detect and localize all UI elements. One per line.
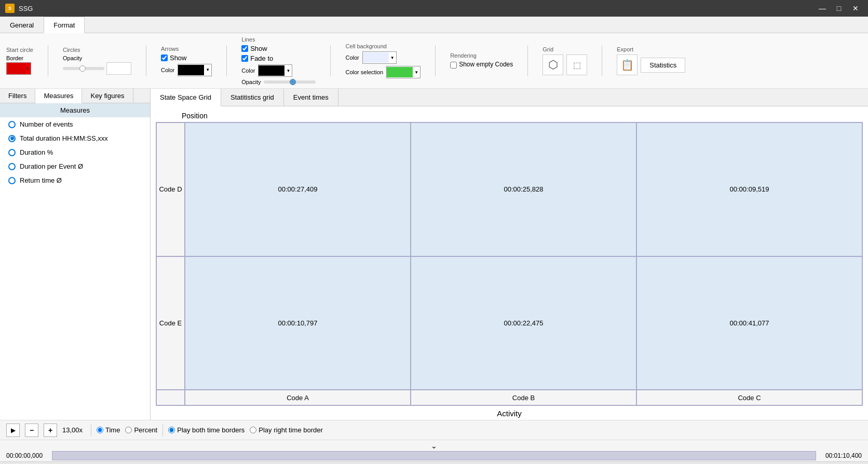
content-tab-statistics-grid[interactable]: Statitistics grid xyxy=(221,89,284,106)
tab-general[interactable]: General xyxy=(0,17,44,33)
close-button[interactable]: ✕ xyxy=(848,1,863,16)
measure-item-4[interactable]: Return time Ø xyxy=(0,173,150,187)
panel-tabs: Filters Measures Key figures xyxy=(0,89,150,103)
measure-radio-4[interactable] xyxy=(8,177,16,184)
grid-layout-button[interactable]: ⬡ xyxy=(542,54,563,75)
show-empty-checkbox[interactable] xyxy=(450,62,457,69)
arrows-show-row: Show xyxy=(161,54,212,62)
arrows-color-swatch xyxy=(178,65,204,75)
cell-bg-color-swatch xyxy=(363,52,389,63)
arrows-color-button[interactable]: ▼ xyxy=(178,64,212,76)
right-content: State Space Grid Statitistics grid Event… xyxy=(151,89,868,420)
measure-label-1: Total duration HH:MM:SS,xxx xyxy=(20,134,108,142)
title-bar: S SSG — □ ✕ xyxy=(0,0,868,17)
lines-color-arrow: ▼ xyxy=(284,69,292,73)
arrows-color-arrow: ▼ xyxy=(204,67,211,72)
export-buttons-row: 📋 Statistics xyxy=(617,54,685,75)
grid-select-button[interactable]: ⬚ xyxy=(566,54,587,75)
state-space-grid: Code D 00:00:27,409 00:00:25,828 00:00:0… xyxy=(156,122,863,406)
content-tab-state-space-grid[interactable]: State Space Grid xyxy=(151,89,221,106)
percent-radio-label[interactable]: Percent xyxy=(125,426,157,434)
speed-display: 13,00x xyxy=(62,426,86,434)
measure-radio-2[interactable] xyxy=(8,149,16,156)
arrows-color-label: Color xyxy=(161,67,174,73)
circles-opacity-slider[interactable] xyxy=(63,67,104,70)
grid-cell-1-0: 00:00:10,797 xyxy=(185,256,411,390)
start-circle-group: Start circle Border ▼ xyxy=(6,47,33,75)
panel-tab-key-figures[interactable]: Key figures xyxy=(82,89,133,103)
circles-opacity-display xyxy=(106,62,131,75)
lines-fade-checkbox[interactable] xyxy=(241,55,248,62)
lines-show-row: Show xyxy=(241,45,316,52)
arrows-show-checkbox[interactable] xyxy=(161,54,168,61)
border-color-button[interactable]: ▼ xyxy=(6,62,31,75)
grid-cell-0-0: 00:00:27,409 xyxy=(185,122,411,256)
playback-bar: ▶ − + 13,00x Time Percent Play both time… xyxy=(0,420,868,440)
speed-plus-button[interactable]: + xyxy=(44,424,57,437)
sep6 xyxy=(527,45,528,76)
speed-minus-button[interactable]: − xyxy=(25,424,38,437)
cell-background-group: Cell background Color ▼ Color selection … xyxy=(345,43,421,78)
measure-item-2[interactable]: Duration % xyxy=(0,145,150,159)
lines-label: Lines xyxy=(241,36,316,43)
measure-item-1[interactable]: Total duration HH:MM:SS,xxx xyxy=(0,131,150,145)
col-label-0: Code A xyxy=(185,390,411,405)
circles-row: Opacity xyxy=(63,55,131,75)
panel-content: Measures Number of events Total duration… xyxy=(0,103,150,420)
arrows-show-label: Show xyxy=(170,54,187,62)
cell-bg-color-arrow: ▼ xyxy=(389,56,396,60)
expand-icon[interactable]: ⌄ xyxy=(431,442,437,450)
rendering-label: Rendering xyxy=(450,52,513,59)
app-icon: S xyxy=(5,4,15,13)
start-circle-row: Border ▼ xyxy=(6,55,33,75)
circles-opacity-thumb[interactable] xyxy=(79,65,86,72)
sep4 xyxy=(330,45,331,76)
play-right-radio-label[interactable]: Play right time border xyxy=(250,426,323,434)
lines-opacity-thumb[interactable] xyxy=(290,79,296,85)
minimize-button[interactable]: — xyxy=(815,1,830,16)
panel-tab-filters[interactable]: Filters xyxy=(0,89,35,103)
measure-label-0: Number of events xyxy=(20,120,73,128)
measure-radio-3[interactable] xyxy=(8,163,16,170)
rendering-group: Rendering Show empty Codes xyxy=(450,52,513,69)
sep5 xyxy=(435,45,436,76)
play-button[interactable]: ▶ xyxy=(6,424,20,437)
tab-format[interactable]: Format xyxy=(44,17,85,33)
border-color-arrow: ▼ xyxy=(25,66,30,71)
measure-item-0[interactable]: Number of events xyxy=(0,117,150,131)
measure-item-3[interactable]: Duration per Event Ø xyxy=(0,159,150,173)
cell-bg-selection-button[interactable]: ▼ xyxy=(386,66,421,78)
percent-radio-input[interactable] xyxy=(125,427,132,433)
content-tab-event-times[interactable]: Event times xyxy=(284,89,338,106)
play-right-radio-input[interactable] xyxy=(250,427,256,433)
app-title: SSG xyxy=(19,5,33,12)
copy-button[interactable]: 📋 xyxy=(617,54,638,75)
arrows-color-row: Color ▼ xyxy=(161,64,212,76)
time-radio-input[interactable] xyxy=(97,427,103,433)
activity-label: Activity xyxy=(156,406,863,420)
lines-show-checkbox[interactable] xyxy=(241,45,248,52)
cell-bg-color-button[interactable]: ▼ xyxy=(362,51,397,64)
play-both-radio-input[interactable] xyxy=(168,427,175,433)
measure-label-2: Duration % xyxy=(20,148,53,156)
measure-radio-1[interactable] xyxy=(8,135,16,142)
lines-fade-label: Fade to xyxy=(250,54,273,62)
time-radio-label[interactable]: Time xyxy=(97,426,120,434)
play-both-radio-label[interactable]: Play both time borders xyxy=(168,426,245,434)
maximize-button[interactable]: □ xyxy=(832,1,846,16)
lines-group: Lines Show Fade to Color ▼ Opacity xyxy=(241,36,316,85)
panel-tab-measures[interactable]: Measures xyxy=(35,89,82,103)
cell-bg-color-row: Color ▼ xyxy=(345,51,421,64)
col-label-1: Code B xyxy=(411,390,636,405)
main-layout: Filters Measures Key figures Measures Nu… xyxy=(0,89,868,420)
percent-radio-text: Percent xyxy=(134,426,157,434)
lines-color-button[interactable]: ▼ xyxy=(258,64,292,77)
measure-label-3: Duration per Event Ø xyxy=(20,162,83,170)
sep2 xyxy=(146,45,146,76)
timeline-bar[interactable] xyxy=(52,451,816,460)
lines-opacity-label: Opacity xyxy=(241,79,261,85)
lines-opacity-slider[interactable] xyxy=(264,80,316,84)
cell-bg-selection-label: Color selection xyxy=(345,69,383,75)
measure-radio-0[interactable] xyxy=(8,121,16,128)
statistics-button[interactable]: Statistics xyxy=(641,58,685,73)
